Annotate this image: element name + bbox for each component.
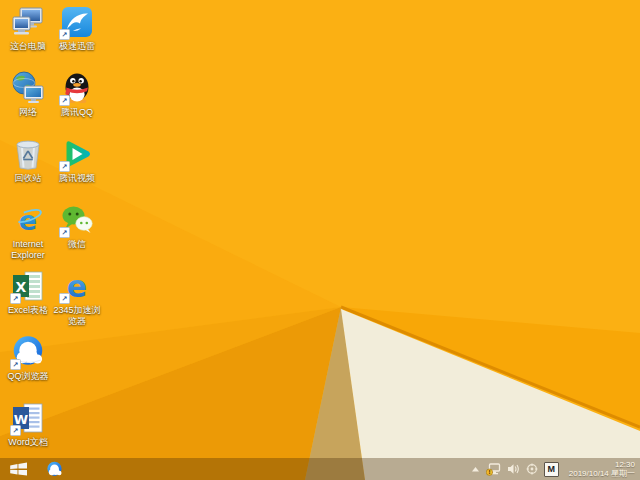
desktop-icon-network[interactable]: 网络 [4,71,52,137]
show-hidden-icons-button[interactable] [471,466,480,473]
icon-label: Internet Explorer [3,239,53,261]
icon-label: 2345加速浏览器 [52,305,102,327]
desktop-icon-this-pc[interactable]: 这台电脑 [4,5,52,71]
shortcut-arrow-icon: ↗ [10,359,21,370]
chevron-up-icon [471,466,480,473]
icon-column-2: ↗ 极速迅雷 ↗ [53,5,101,467]
excel-icon: X ↗ [11,269,45,303]
icon-label: 腾讯QQ [52,107,102,118]
svg-text:!: ! [488,469,491,475]
shortcut-arrow-icon: ↗ [59,29,70,40]
icon-label: Excel表格 [3,305,53,316]
taskbar: ! M 12:30 2019/10/14 星期一 [0,458,640,480]
icon-column-1: 这台电脑 [4,5,52,467]
shortcut-arrow-icon: ↗ [59,95,70,106]
shortcut-arrow-icon: ↗ [10,425,21,436]
speaker-icon [507,463,520,475]
network-warning-icon: ! [486,463,501,476]
windows-logo-icon [9,462,28,476]
desktop-icon-recycle-bin[interactable]: 回收站 [4,137,52,203]
thunder-bird-icon: ↗ [60,5,94,39]
system-tray: ! M 12:30 2019/10/14 星期一 [471,460,640,479]
icon-label: 网络 [3,107,53,118]
desktop-icon-tencent-video[interactable]: ↗ 腾讯视频 [53,137,101,203]
browser-2345-icon: e ↗ [60,269,94,303]
icon-label: 极速迅雷 [52,41,102,52]
desktop: 这台电脑 [0,0,640,480]
desktop-icon-thunder-speed[interactable]: ↗ 极速迅雷 [53,5,101,71]
tencent-video-play-icon: ↗ [60,137,94,171]
qq-penguin-icon: ↗ [60,71,94,105]
icon-label: 回收站 [3,173,53,184]
internet-explorer-icon: e [11,203,45,237]
desktop-icon-wechat[interactable]: ↗ 微信 [53,203,101,269]
shortcut-arrow-icon: ↗ [59,227,70,238]
icon-label: Word文档 [3,437,53,448]
desktop-icon-tencent-qq[interactable]: ↗ 腾讯QQ [53,71,101,137]
recycle-bin-icon [11,137,45,171]
clock[interactable]: 12:30 2019/10/14 星期一 [565,460,635,479]
ime-indicator[interactable]: M [544,462,559,477]
icon-label: 这台电脑 [3,41,53,52]
network-tray-icon[interactable]: ! [486,463,501,476]
qq-browser-icon: ↗ [11,335,45,369]
icon-label: 腾讯视频 [52,173,102,184]
clock-date: 2019/10/14 星期一 [569,469,635,479]
desktop-icon-excel[interactable]: X ↗ Excel表格 [4,269,52,335]
desktop-icon-internet-explorer[interactable]: e Internet Explorer [4,203,52,269]
wheel-icon [526,463,538,475]
wechat-bubbles-icon: ↗ [60,203,94,237]
shortcut-arrow-icon: ↗ [59,161,70,172]
icon-label: QQ浏览器 [3,371,53,382]
word-icon: W ↗ [11,401,45,435]
shortcut-arrow-icon: ↗ [59,293,70,304]
desktop-icon-browser-2345[interactable]: e ↗ 2345加速浏览器 [53,269,101,335]
desktop-icon-grid: 这台电脑 [4,5,101,467]
shortcut-arrow-icon: ↗ [10,293,21,304]
network-icon [11,71,45,105]
clock-time: 12:30 [569,460,635,470]
volume-tray-icon[interactable] [507,463,520,475]
start-button[interactable] [0,458,37,480]
icon-label: 微信 [52,239,102,250]
qq-browser-icon [46,461,63,478]
desktop-icon-qq-browser[interactable]: ↗ QQ浏览器 [4,335,52,401]
this-pc-icon [11,5,45,39]
taskbar-qq-browser-button[interactable] [37,458,72,480]
wheel-tray-icon[interactable] [526,463,538,475]
